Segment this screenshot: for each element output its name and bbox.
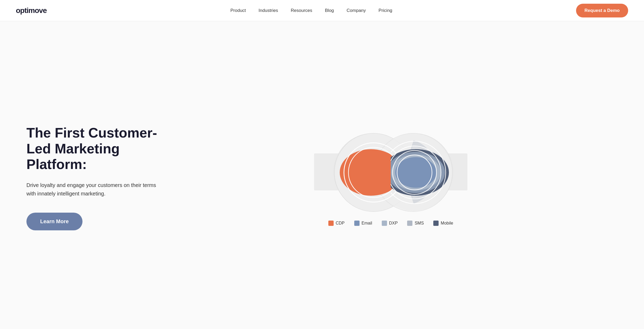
- legend-item-email: Email: [354, 221, 372, 226]
- legend-label-mobile: Mobile: [441, 221, 453, 226]
- legend-label-cdp: CDP: [336, 221, 345, 226]
- nav-item-blog[interactable]: Blog: [325, 8, 334, 13]
- svg-point-5: [388, 148, 449, 196]
- legend-color-sms: [407, 221, 412, 226]
- hero-left: The First Customer-Led Marketing Platfor…: [26, 125, 164, 230]
- logo: optimove: [16, 6, 47, 15]
- legend-item-mobile: Mobile: [433, 221, 453, 226]
- hero-section: The First Customer-Led Marketing Platfor…: [0, 21, 644, 329]
- diagram-container: [314, 130, 467, 214]
- diagram-svg: [314, 130, 467, 214]
- nav-item-pricing[interactable]: Pricing: [379, 8, 392, 13]
- legend-item-dxp: DXP: [382, 221, 398, 226]
- legend-color-mobile: [433, 221, 439, 226]
- nav-item-product[interactable]: Product: [230, 8, 246, 13]
- diagram-legend: CDP Email DXP SMS Mobile: [328, 221, 453, 226]
- legend-label-email: Email: [362, 221, 372, 226]
- learn-more-button[interactable]: Learn More: [26, 213, 82, 230]
- legend-color-cdp: [328, 221, 334, 226]
- legend-color-email: [354, 221, 360, 226]
- nav-item-resources[interactable]: Resources: [291, 8, 312, 13]
- legend-item-sms: SMS: [407, 221, 424, 226]
- hero-subtitle: Drive loyalty and engage your customers …: [26, 181, 164, 198]
- hero-right: CDP Email DXP SMS Mobile: [164, 130, 618, 226]
- nav-item-industries[interactable]: Industries: [259, 8, 278, 13]
- legend-label-sms: SMS: [415, 221, 424, 226]
- legend-color-dxp: [382, 221, 387, 226]
- hero-title: The First Customer-Led Marketing Platfor…: [26, 125, 164, 172]
- request-demo-button[interactable]: Request a Demo: [576, 4, 628, 17]
- nav-links: Product Industries Resources Blog Compan…: [230, 8, 392, 13]
- nav-item-company[interactable]: Company: [347, 8, 366, 13]
- legend-item-cdp: CDP: [328, 221, 345, 226]
- legend-label-dxp: DXP: [389, 221, 398, 226]
- navbar: optimove Product Industries Resources Bl…: [0, 0, 644, 21]
